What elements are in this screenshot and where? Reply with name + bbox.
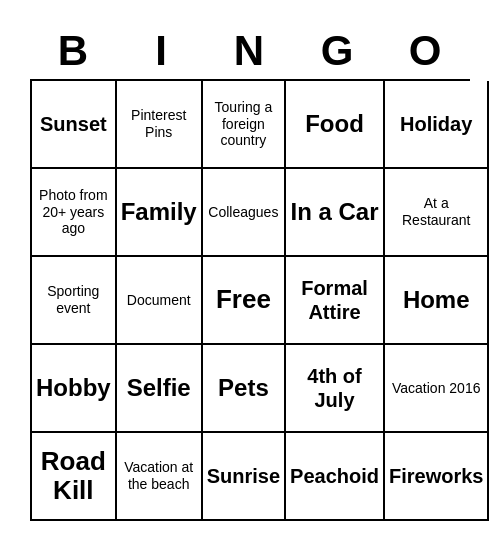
bingo-cell: Free <box>203 257 286 345</box>
bingo-cell: Family <box>117 169 203 257</box>
bingo-cell: Vacation at the beach <box>117 433 203 521</box>
bingo-grid: SunsetPinterest PinsTouring a foreign co… <box>30 79 470 521</box>
bingo-cell: Peachoid <box>286 433 385 521</box>
header-letter: B <box>30 23 118 79</box>
bingo-cell: Road Kill <box>32 433 117 521</box>
bingo-card: BINGO SunsetPinterest PinsTouring a fore… <box>20 13 480 531</box>
bingo-cell: Photo from 20+ years ago <box>32 169 117 257</box>
bingo-cell: Touring a foreign country <box>203 81 286 169</box>
header-letter: I <box>118 23 206 79</box>
bingo-cell: Document <box>117 257 203 345</box>
bingo-cell: Home <box>385 257 489 345</box>
bingo-cell: Colleagues <box>203 169 286 257</box>
bingo-cell: Hobby <box>32 345 117 433</box>
bingo-cell: In a Car <box>286 169 385 257</box>
bingo-cell: Food <box>286 81 385 169</box>
header-letter: G <box>294 23 382 79</box>
bingo-cell: Sporting event <box>32 257 117 345</box>
header-letter: N <box>206 23 294 79</box>
bingo-cell: Holiday <box>385 81 489 169</box>
bingo-cell: At a Restaurant <box>385 169 489 257</box>
header-letter: O <box>382 23 470 79</box>
bingo-header: BINGO <box>30 23 470 79</box>
bingo-cell: Fireworks <box>385 433 489 521</box>
bingo-cell: 4th of July <box>286 345 385 433</box>
bingo-cell: Sunset <box>32 81 117 169</box>
bingo-cell: Selfie <box>117 345 203 433</box>
bingo-cell: Sunrise <box>203 433 286 521</box>
bingo-cell: Vacation 2016 <box>385 345 489 433</box>
bingo-cell: Pinterest Pins <box>117 81 203 169</box>
bingo-cell: Pets <box>203 345 286 433</box>
bingo-cell: Formal Attire <box>286 257 385 345</box>
